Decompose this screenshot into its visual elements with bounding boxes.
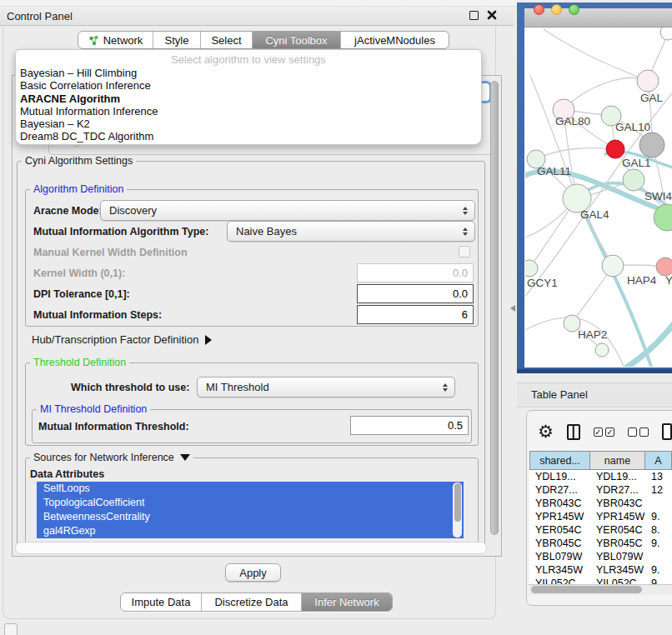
table-cell[interactable]: 13 [645,470,672,483]
split-divider-handle[interactable] [510,305,515,312]
table-cell[interactable]: YER054C [590,523,645,537]
table-cell[interactable]: YPR145W [529,510,590,523]
apply-button[interactable]: Apply [225,563,281,582]
algorithm-option[interactable]: Basic Correlation Inference [16,79,481,92]
table-cell[interactable]: YER054C [529,523,590,537]
column-header[interactable]: shared... [529,451,590,470]
table-cell[interactable]: 9. [645,563,672,577]
data-attributes-list[interactable]: SelfLoopsTopologicalCoefficientBetweenne… [37,482,464,538]
tab-discretize-data[interactable]: Discretize Data [202,593,302,611]
network-node[interactable] [656,258,672,276]
gear-icon[interactable]: ⚙ [538,423,554,441]
which-threshold-combobox[interactable]: MI Threshold [197,377,455,398]
table-cell[interactable]: YBR043C [590,497,645,510]
table-row[interactable]: YBR043CYBR043C [529,497,672,510]
tab-style[interactable]: Style [153,32,201,48]
network-node[interactable] [660,28,672,40]
network-node[interactable] [623,169,644,191]
algorithm-option[interactable]: ARACNE Algorithm [16,92,481,105]
table-cell[interactable]: YLR345W [590,563,645,577]
network-canvas[interactable]: GALGAL80GAL10GAL1GAL11SWI4GAL4GCY1HAP4YH… [525,28,672,367]
attribute-item[interactable]: gal4RGexp [37,524,464,538]
dpi-tolerance-field[interactable]: 0.0 [357,284,474,303]
table-cell[interactable]: YBR043C [529,497,590,510]
network-node[interactable] [639,132,664,158]
table-row[interactable]: YBR045CYBR045C9. [529,537,672,550]
aracne-mode-combobox[interactable]: Discovery [100,200,475,221]
network-edge[interactable] [536,148,615,159]
table-cell[interactable]: YBL079W [590,550,645,563]
table-cell[interactable] [645,497,672,510]
attribute-item[interactable]: BetweennessCentrality [37,510,464,524]
window-close-traffic-light[interactable] [534,4,544,15]
kernel-width-field[interactable]: 0.0 [357,263,474,282]
manual-kernel-checkbox[interactable] [459,246,470,258]
tab-network[interactable]: Network [78,32,153,48]
network-node[interactable] [595,343,609,357]
table-cell[interactable]: 8. [645,523,672,537]
table-row[interactable]: YDR27...YDR27...12 [529,483,672,497]
table-cell[interactable]: YDR27... [529,483,590,497]
attributes-scrollbar-thumb[interactable] [454,483,461,522]
table-row[interactable]: YLR345WYLR345W9. [529,563,672,577]
table-row[interactable]: YPR145WYPR145W9. [529,510,672,523]
settings-horizontal-scrollbar[interactable] [15,542,487,554]
table-cell[interactable]: YDL19... [529,470,590,483]
network-node[interactable] [606,140,624,158]
table-cell[interactable]: YBR045C [590,537,645,550]
table-scrollbar-thumb[interactable] [531,586,642,593]
tab-impute-data[interactable]: Impute Data [121,593,202,611]
mi-type-combobox[interactable]: Naive Bayes [227,221,475,242]
close-icon[interactable] [486,9,498,21]
network-window-titlebar[interactable] [524,8,672,28]
settings-vertical-scrollbar[interactable] [490,81,499,535]
table-cell[interactable]: YIL052C [529,577,590,584]
select-all-checks-icon[interactable]: ✓ ✓ [594,428,614,437]
table-cell[interactable]: YDL19... [590,470,645,483]
table-cell[interactable]: YLR345W [529,563,590,577]
network-edge-highlighted[interactable] [619,318,672,367]
attribute-item[interactable]: SelfLoops [37,482,464,496]
table-cell[interactable]: YIL052C [590,577,645,584]
float-window-icon[interactable] [469,11,479,20]
columns-icon[interactable] [567,424,580,440]
mi-threshold-field[interactable]: 0.5 [350,416,469,435]
table-cell[interactable]: 9. [645,510,672,523]
table-cell[interactable]: YBR045C [529,537,590,550]
network-edge[interactable] [530,76,577,198]
attribute-item[interactable]: TopologicalCoefficient [37,496,464,510]
network-edge[interactable] [544,29,648,81]
deselect-all-checks-icon[interactable] [628,428,649,437]
algorithm-option[interactable]: Bayesian – Hill Climbing [16,67,481,79]
table-cell[interactable] [645,550,672,563]
tab-select[interactable]: Select [201,32,253,48]
table-row[interactable]: YER054CYER054C8. [529,523,672,537]
network-node[interactable] [637,70,659,92]
network-node[interactable] [602,255,624,277]
table-row[interactable]: YDL19...YDL19...13 [529,470,672,483]
algorithm-option[interactable]: Dream8 DC_TDC Algorithm [16,130,481,142]
tab-cyni-toolbox[interactable]: Cyni Toolbox [253,32,341,48]
table-row[interactable]: YBL079WYBL079W [529,550,672,563]
new-table-icon[interactable] [662,423,672,440]
column-header[interactable]: name [590,451,645,470]
tab-infer-network[interactable]: Infer Network [302,593,392,611]
window-minimize-traffic-light[interactable] [551,4,562,15]
table-cell[interactable]: 12 [645,483,672,497]
hub-definition-expander[interactable]: Hub/Transcription Factor Definition [32,333,212,346]
network-node[interactable] [525,260,538,277]
table-cell[interactable]: YDR27... [590,483,645,497]
algorithm-option[interactable]: Bayesian – K2 [16,118,481,130]
network-edge[interactable] [564,78,648,110]
mi-steps-field[interactable]: 6 [357,305,474,324]
table-cell[interactable]: 9. [645,577,672,584]
sources-legend[interactable]: Sources for Network Inference [30,452,193,463]
column-header[interactable]: A [645,451,672,470]
table-cell[interactable]: YBL079W [529,550,590,563]
table-cell[interactable]: YPR145W [590,510,645,523]
tab-jactivemnodules[interactable]: jActiveMNodules [341,32,449,48]
table-cell[interactable]: 9. [645,537,672,550]
window-zoom-traffic-light[interactable] [569,4,579,15]
minimized-panel-icon[interactable] [4,623,18,635]
algorithm-dropdown-list[interactable]: Select algorithm to view settings Bayesi… [15,49,482,145]
